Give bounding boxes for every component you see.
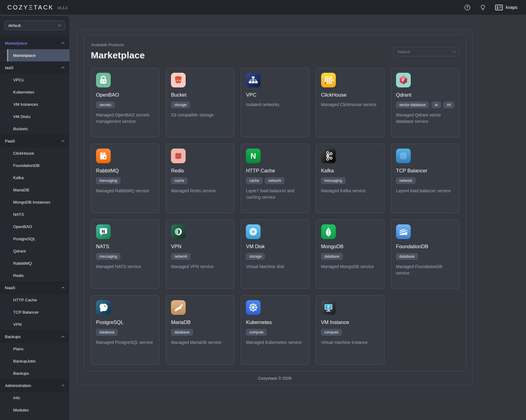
sidebar-section-iaas[interactable]: IaaS <box>0 61 69 74</box>
sidebar-item-clickhouse[interactable]: ClickHouse <box>7 147 69 159</box>
card-mongodb[interactable]: MongoDB database Managed MongoDB service <box>316 219 384 289</box>
product-tag: compute <box>321 329 342 336</box>
sidebar-item-mongodb-instances[interactable]: MongoDB Instances <box>7 196 69 208</box>
help-button[interactable]: ? <box>464 4 471 11</box>
item-label: FoundationDB <box>13 163 39 168</box>
sidebar-item-modules[interactable]: Modules <box>7 404 69 416</box>
product-title: MariaDB <box>171 319 229 325</box>
sidebar-item-http-cache[interactable]: HTTP Cache <box>7 294 69 306</box>
item-label: Buckets <box>13 127 28 131</box>
product-title: HTTP Cache <box>246 168 304 174</box>
sidebar-item-backups[interactable]: Backups <box>7 367 69 379</box>
card-openbao[interactable]: OpenBAO secrets Managed OpenBAO secrets … <box>91 68 159 137</box>
card-bucket[interactable]: Bucket storage S3 compatible storage <box>166 68 234 137</box>
section-label: Administration <box>5 383 31 388</box>
product-title: RabbitMQ <box>96 168 154 174</box>
sidebar-item-tcp-balancer[interactable]: TCP Balancer <box>7 306 69 318</box>
postgresql-icon <box>96 300 111 315</box>
card-kubernetes[interactable]: Kubernetes compute Managed Kubernetes se… <box>241 295 309 365</box>
search-input[interactable] <box>397 50 453 54</box>
card-redis[interactable]: Redis cache Managed Redis service <box>166 144 234 213</box>
product-tag: ai <box>432 101 441 108</box>
section-label: Backups <box>5 334 21 339</box>
card-vm-disk[interactable]: VM Disk storage Virtual Machine disk <box>241 219 309 289</box>
card-tcp-balancer[interactable]: TCP Balancer network Layer4 load balance… <box>391 144 459 213</box>
product-description: Managed NATS service <box>96 263 154 270</box>
product-tag: secrets <box>96 101 115 108</box>
sidebar-item-kubernetes[interactable]: Kubernetes <box>7 86 69 98</box>
sidebar-section-backups[interactable]: Backups <box>0 330 69 343</box>
card-rabbitmq[interactable]: RabbitMQ messaging Managed RabbitMQ serv… <box>91 144 159 213</box>
sidebar-item-backupjobs[interactable]: BackupJobs <box>7 355 69 367</box>
card-postgresql[interactable]: PostgreSQL database Managed PostgreSQL s… <box>91 295 159 365</box>
card-vpc[interactable]: VPC Isolated networks <box>241 68 309 137</box>
sidebar-item-marketplace[interactable]: Marketplace <box>7 49 69 61</box>
card-kafka[interactable]: Kafka messaging Managed Kafka service <box>316 144 384 213</box>
sidebar-item-info[interactable]: Info <box>7 392 69 404</box>
sidebar-item-kafka[interactable]: Kafka <box>7 171 69 184</box>
section-label: PaaS <box>5 139 15 143</box>
sidebar-item-vpn[interactable]: VPN <box>7 318 69 330</box>
namespace-select-value: default <box>8 23 21 28</box>
sidebar-item-nats[interactable]: NATS <box>7 208 69 220</box>
product-tags: vector-databaseaiml <box>396 101 454 108</box>
sidebar: default Marketplace Marketplace IaaS VPC… <box>0 16 70 420</box>
product-tag: storage <box>246 253 265 260</box>
product-tag: ml <box>443 101 454 108</box>
card-foundationdb[interactable]: FoundationDB database Managed Foundation… <box>391 219 459 289</box>
sidebar-section-marketplace[interactable]: Marketplace <box>0 37 69 49</box>
sidebar-item-vm-instances[interactable]: VM Instances <box>7 98 69 110</box>
user-menu[interactable]: kvaps <box>495 5 517 10</box>
httpcache-icon: N <box>246 149 261 163</box>
product-description: Managed Kubernetes service <box>246 339 304 346</box>
product-tags: compute <box>246 329 304 336</box>
theme-toggle-button[interactable] <box>480 4 486 11</box>
card-http-cache[interactable]: N HTTP Cache cachenetwork Layer7 load ba… <box>241 144 309 213</box>
search-box <box>393 47 459 56</box>
product-tags: database <box>396 253 454 260</box>
card-qdrant[interactable]: Qdrant vector-databaseaiml Managed Qdran… <box>391 68 459 137</box>
kafka-icon <box>321 149 336 163</box>
sidebar-item-redis[interactable]: Redis <box>7 269 69 282</box>
qdrant-icon <box>396 73 411 87</box>
product-title: Redis <box>171 168 229 174</box>
product-tag: messaging <box>96 177 120 184</box>
product-tags: secrets <box>96 101 154 108</box>
sidebar-item-vm-disks[interactable]: VM Disks <box>7 110 69 123</box>
main-content: Available Products Marketplace OpenBAO s… <box>70 15 526 420</box>
sidebar-item-rabbitmq[interactable]: RabbitMQ <box>7 257 69 269</box>
product-tags: network <box>171 253 229 260</box>
product-description: Managed Redis service <box>171 188 229 194</box>
sidebar-item-openbao[interactable]: OpenBAO <box>7 220 69 233</box>
sidebar-item-foundationdb[interactable]: FoundationDB <box>7 159 69 171</box>
item-label: OpenBAO <box>13 224 32 229</box>
chevron-up-icon <box>61 140 65 142</box>
card-vpn[interactable]: VPN network Managed VPN service <box>166 219 234 289</box>
card-clickhouse[interactable]: ClickHouse Managed ClickHouse service <box>316 68 384 137</box>
item-label: ClickHouse <box>13 151 34 156</box>
card-vm-instance[interactable]: VM Instance compute Virtual machine inst… <box>316 295 384 365</box>
card-nats[interactable]: N NATS messaging Managed NATS service <box>91 219 159 289</box>
product-description: Virtual Machine disk <box>246 263 304 270</box>
namespace-select[interactable]: default <box>4 20 65 30</box>
sidebar-section-paas[interactable]: PaaS <box>0 135 69 147</box>
item-label: VM Instances <box>13 102 38 107</box>
sidebar-item-plans[interactable]: Plans <box>7 343 69 355</box>
sidebar-item-postgresql[interactable]: PostgreSQL <box>7 233 69 245</box>
card-mariadb[interactable]: MariaDB database Managed MariaDB service <box>166 295 234 365</box>
product-tags: database <box>321 253 379 260</box>
sidebar-item-mariadb[interactable]: MariaDB <box>7 184 69 196</box>
sidebar-item-buckets[interactable]: Buckets <box>7 123 69 135</box>
item-label: NATS <box>13 212 24 217</box>
chevron-up-icon <box>61 42 65 44</box>
sidebar-item-qdrant[interactable]: Qdrant <box>7 245 69 257</box>
sidebar-item-vpcs[interactable]: VPCs <box>7 74 69 86</box>
sidebar-section-naas[interactable]: NaaS <box>0 282 69 294</box>
product-title: VPN <box>171 244 229 249</box>
footer-copyright: Cozystack © 2026 <box>77 371 472 385</box>
product-description: Managed MongoDB service <box>321 263 379 270</box>
product-title: Kafka <box>321 168 379 174</box>
kubernetes-icon <box>246 300 261 315</box>
nats-icon: N <box>96 224 111 239</box>
sidebar-section-administration[interactable]: Administration <box>0 379 69 392</box>
